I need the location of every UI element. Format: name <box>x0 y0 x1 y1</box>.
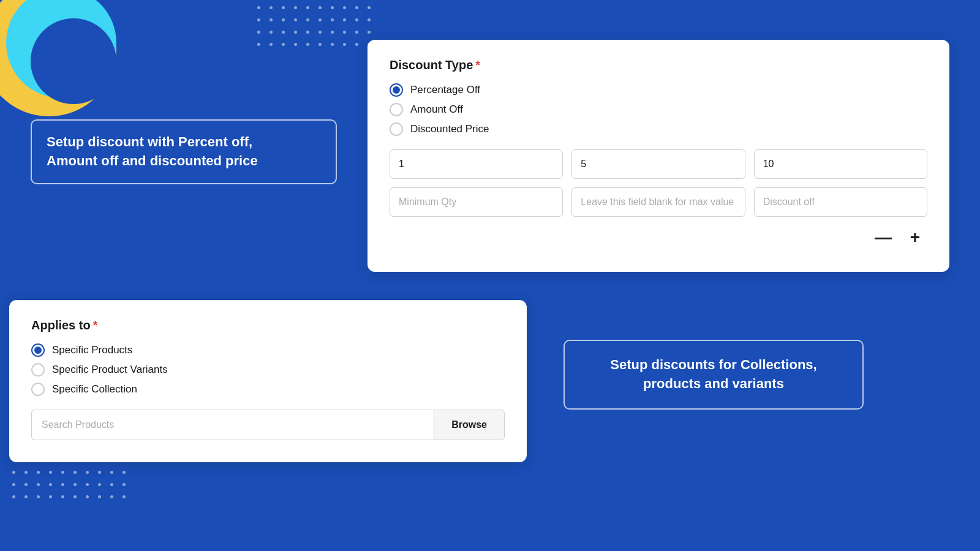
radio-discounted-price[interactable]: Discounted Price <box>390 122 927 136</box>
radio-specific-collection[interactable]: Specific Collection <box>31 383 505 396</box>
radio-label-percentage: Percentage Off <box>410 84 480 96</box>
radio-label-specific-products: Specific Products <box>52 344 132 356</box>
input-row-placeholders <box>390 187 927 217</box>
radio-label-amount: Amount Off <box>410 103 463 116</box>
radio-circle-discounted[interactable] <box>390 122 403 136</box>
radio-specific-variants[interactable]: Specific Product Variants <box>31 363 505 377</box>
input-field-1[interactable] <box>390 149 563 179</box>
applies-to-radio-group: Specific Products Specific Product Varia… <box>31 343 505 396</box>
radio-specific-products[interactable]: Specific Products <box>31 343 505 357</box>
input-row-values <box>390 149 927 179</box>
bottom-right-text-line1: Setup discounts for Collections, <box>610 357 816 372</box>
dot-grid-top: (function() { const grid = document.quer… <box>257 6 377 53</box>
remove-row-button[interactable]: — <box>871 225 895 250</box>
discount-type-radio-group: Percentage Off Amount Off Discounted Pri… <box>390 83 927 136</box>
radio-label-specific-collection: Specific Collection <box>52 383 137 395</box>
discount-type-title: Discount Type* <box>390 58 927 72</box>
left-top-text-line2: Amount off and discounted price <box>47 153 258 168</box>
bottom-right-text-line2: products and variants <box>643 376 784 391</box>
radio-circle-amount[interactable] <box>390 103 403 116</box>
search-products-input[interactable] <box>31 410 434 440</box>
radio-circle-specific-variants[interactable] <box>31 363 45 377</box>
input-field-3[interactable] <box>754 149 927 179</box>
minimum-qty-input[interactable] <box>390 187 563 217</box>
radio-percentage-off[interactable]: Percentage Off <box>390 83 927 97</box>
search-row: Browse <box>31 410 505 440</box>
deco-circles <box>0 0 165 116</box>
left-top-text-line1: Setup discount with Percent off, <box>47 134 252 149</box>
action-buttons: — + <box>390 225 927 250</box>
radio-circle-specific-collection[interactable] <box>31 383 45 396</box>
blue-overlay-circle <box>31 18 116 104</box>
applies-to-card: Applies to* Specific Products Specific P… <box>9 300 527 462</box>
radio-label-discounted: Discounted Price <box>410 123 489 135</box>
browse-button[interactable]: Browse <box>434 410 505 440</box>
input-field-2[interactable] <box>571 149 745 179</box>
radio-circle-percentage[interactable] <box>390 83 403 97</box>
add-row-button[interactable]: + <box>903 225 927 250</box>
radio-amount-off[interactable]: Amount Off <box>390 103 927 116</box>
max-value-input[interactable] <box>571 187 745 217</box>
dot-grid-bottom: (function() { const grid = document.quer… <box>12 471 132 505</box>
discount-type-card: Discount Type* Percentage Off Amount Off… <box>368 40 949 272</box>
discount-off-input[interactable] <box>754 187 927 217</box>
radio-circle-specific-products[interactable] <box>31 343 45 357</box>
applies-to-title: Applies to* <box>31 318 505 332</box>
bottom-right-text-box: Setup discounts for Collections, product… <box>564 340 864 410</box>
left-top-text-box: Setup discount with Percent off, Amount … <box>31 119 337 184</box>
radio-label-specific-variants: Specific Product Variants <box>52 364 168 376</box>
